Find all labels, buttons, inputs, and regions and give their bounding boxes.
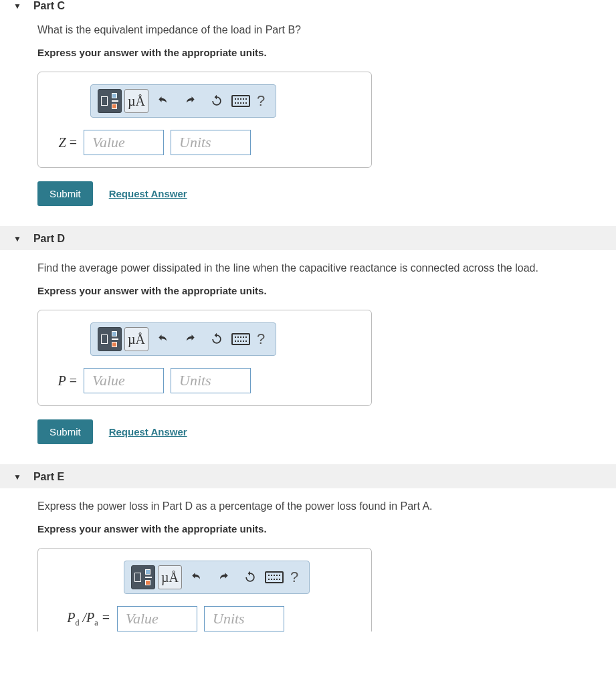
submit-button-c[interactable]: Submit [37,181,93,206]
part-e-header[interactable]: ▼ Part E [0,464,616,488]
templates-button[interactable] [131,565,155,589]
keyboard-button[interactable] [231,95,250,107]
part-d-question: Find the average power dissipated in the… [37,262,616,274]
units-symbols-button[interactable]: µÅ [124,327,148,351]
value-input-d[interactable]: Value [84,368,164,393]
request-answer-link-d[interactable]: Request Answer [109,426,187,437]
undo-button[interactable] [151,89,175,113]
units-input-d[interactable]: Units [171,368,251,393]
help-button[interactable]: ? [286,569,302,586]
units-input-e[interactable]: Units [204,606,284,631]
units-input-c[interactable]: Units [171,130,251,155]
part-c-title: Part C [33,0,65,12]
action-row-d: Submit Request Answer [37,419,616,444]
units-symbols-button[interactable]: µÅ [124,89,148,113]
part-e-question: Express the power loss in Part D as a pe… [37,500,616,512]
part-c-question: What is the equivalent impedance of the … [37,24,616,36]
toolbar-e: µÅ ? [124,561,310,594]
collapse-icon: ▼ [13,472,21,482]
value-input-c[interactable]: Value [84,130,164,155]
request-answer-link-c[interactable]: Request Answer [109,188,187,199]
reset-icon [243,571,257,584]
help-button[interactable]: ? [253,92,269,110]
part-c-header[interactable]: ▼ Part C [0,0,616,17]
part-e-section: ▼ Part E Express the power loss in Part … [0,464,616,631]
units-symbols-button[interactable]: µÅ [158,565,182,589]
redo-button[interactable] [178,327,202,351]
action-row-c: Submit Request Answer [37,181,616,206]
reset-button[interactable] [238,565,262,589]
variable-label-e: Pd /Pa = [50,610,110,628]
part-d-instruction: Express your answer with the appropriate… [37,285,616,296]
part-d-section: ▼ Part D Find the average power dissipat… [0,226,616,464]
undo-icon [157,332,170,346]
undo-icon [190,571,203,584]
templates-button[interactable] [98,89,122,113]
submit-button-d[interactable]: Submit [37,419,93,444]
reset-button[interactable] [205,327,229,351]
help-button[interactable]: ? [253,330,269,348]
redo-icon [183,94,197,108]
undo-icon [157,94,170,108]
part-e-title: Part E [33,471,64,483]
answer-box-d: µÅ ? P = Value Units [37,310,372,406]
keyboard-button[interactable] [265,571,284,583]
input-row-c: Z = Value Units [50,130,359,155]
value-input-e[interactable]: Value [117,606,197,631]
toolbar-d: µÅ ? [90,322,276,356]
part-e-body: Express the power loss in Part D as a pe… [0,500,616,631]
variable-label-c: Z = [50,135,77,151]
part-c-instruction: Express your answer with the appropriate… [37,47,616,58]
input-row-e: Pd /Pa = Value Units [50,606,359,631]
part-d-header[interactable]: ▼ Part D [0,226,616,250]
input-row-d: P = Value Units [50,368,359,393]
redo-button[interactable] [178,89,202,113]
undo-button[interactable] [185,565,209,589]
reset-button[interactable] [205,89,229,113]
redo-icon [183,332,197,346]
keyboard-button[interactable] [231,333,250,345]
part-d-body: Find the average power dissipated in the… [0,262,616,444]
answer-box-c: µÅ ? Z = Value Units [37,72,372,168]
collapse-icon: ▼ [13,1,21,11]
part-c-section: ▼ Part C What is the equivalent impedanc… [0,0,616,226]
reset-icon [210,94,223,108]
collapse-icon: ▼ [13,234,21,243]
part-c-body: What is the equivalent impedance of the … [0,24,616,206]
part-d-title: Part D [33,233,65,245]
templates-icon [100,331,120,347]
templates-button[interactable] [98,327,122,351]
templates-icon [100,93,120,109]
undo-button[interactable] [151,327,175,351]
templates-icon [133,569,153,585]
redo-button[interactable] [211,565,235,589]
reset-icon [210,332,223,346]
answer-box-e: µÅ ? Pd /Pa = Value Units [37,548,372,631]
toolbar-c: µÅ ? [90,84,276,118]
redo-icon [217,571,230,584]
variable-label-d: P = [50,373,77,389]
part-e-instruction: Express your answer with the appropriate… [37,523,616,534]
